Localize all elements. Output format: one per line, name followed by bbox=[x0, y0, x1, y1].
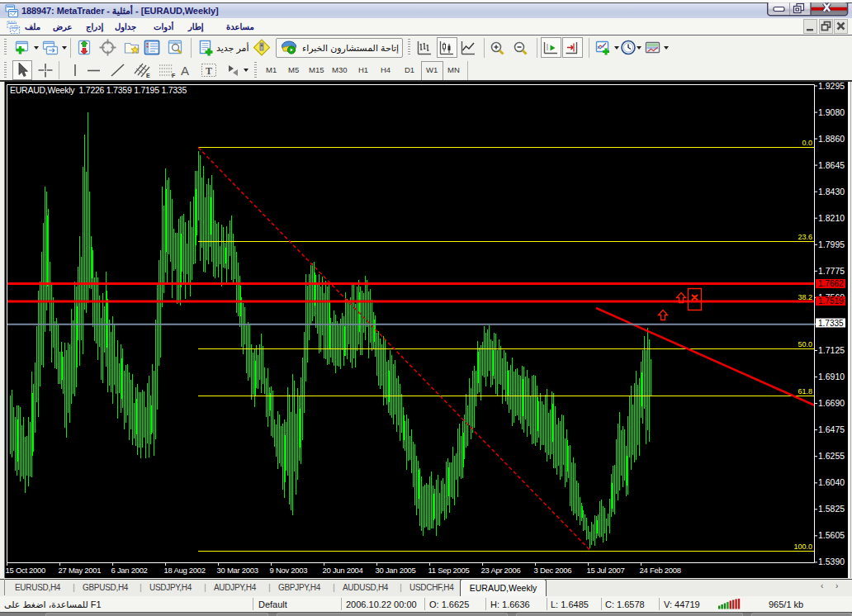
svg-text:61.8: 61.8 bbox=[798, 387, 812, 396]
svg-text:50.0: 50.0 bbox=[798, 340, 812, 348]
svg-text:20 Jun 2004: 20 Jun 2004 bbox=[323, 566, 363, 575]
svg-text:1.5390: 1.5390 bbox=[818, 557, 845, 566]
svg-text:1.6690: 1.6690 bbox=[818, 398, 845, 408]
svg-text:1.6040: 1.6040 bbox=[818, 477, 845, 487]
svg-text:1.8645: 1.8645 bbox=[818, 160, 845, 170]
svg-text:30 Jan 2005: 30 Jan 2005 bbox=[376, 566, 416, 575]
svg-text:18 Aug 2002: 18 Aug 2002 bbox=[164, 566, 206, 575]
svg-text:1.7995: 1.7995 bbox=[818, 239, 845, 249]
svg-text:1.6475: 1.6475 bbox=[818, 424, 845, 434]
svg-text:1.8860: 1.8860 bbox=[818, 134, 845, 144]
svg-text:15 Oct 2000: 15 Oct 2000 bbox=[6, 566, 45, 575]
svg-text:1.9295: 1.9295 bbox=[818, 81, 845, 91]
svg-text:1.8210: 1.8210 bbox=[818, 213, 845, 223]
svg-text:38.2: 38.2 bbox=[798, 293, 812, 301]
svg-text:6 Jan 2002: 6 Jan 2002 bbox=[111, 566, 148, 575]
svg-text:1.7775: 1.7775 bbox=[818, 266, 845, 276]
svg-text:11 Sep 2005: 11 Sep 2005 bbox=[428, 566, 470, 575]
svg-text:1.5825: 1.5825 bbox=[818, 504, 845, 514]
svg-text:T: T bbox=[206, 65, 212, 77]
svg-text:30 Mar 2003: 30 Mar 2003 bbox=[217, 566, 258, 575]
svg-text:27 May 2001: 27 May 2001 bbox=[59, 566, 102, 575]
svg-text:0.0: 0.0 bbox=[802, 139, 812, 147]
svg-text:1.7125: 1.7125 bbox=[818, 345, 845, 355]
svg-text:9 Nov 2003: 9 Nov 2003 bbox=[270, 566, 308, 575]
svg-text:1.5605: 1.5605 bbox=[818, 530, 845, 540]
svg-text:EURAUD,Weekly 1.7226 1.7359 1: EURAUD,Weekly 1.7226 1.7359 1.7195 1.733… bbox=[10, 85, 187, 95]
svg-text:23 Apr 2006: 23 Apr 2006 bbox=[481, 566, 521, 575]
svg-text:15 Jul 2007: 15 Jul 2007 bbox=[587, 566, 625, 575]
svg-text:1.6910: 1.6910 bbox=[818, 372, 845, 381]
svg-text:E: E bbox=[146, 73, 150, 78]
svg-text:1.9080: 1.9080 bbox=[818, 107, 845, 117]
svg-text:100.0: 100.0 bbox=[793, 543, 812, 551]
svg-text:3 Dec 2006: 3 Dec 2006 bbox=[534, 566, 572, 575]
svg-text:1.7662: 1.7662 bbox=[818, 279, 844, 288]
svg-text:1.6255: 1.6255 bbox=[818, 451, 845, 461]
svg-text:23.6: 23.6 bbox=[798, 233, 812, 241]
svg-text:1.8430: 1.8430 bbox=[818, 187, 845, 197]
svg-text:1.7519: 1.7519 bbox=[818, 296, 844, 306]
svg-text:24 Feb 2008: 24 Feb 2008 bbox=[640, 566, 681, 575]
svg-text:F: F bbox=[172, 73, 176, 78]
svg-text:1.7335: 1.7335 bbox=[818, 319, 844, 328]
